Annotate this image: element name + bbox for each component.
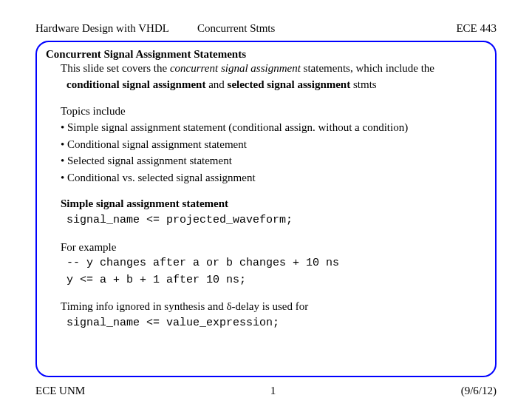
page-header: Hardware Design with VHDL Concurrent Stm… — [35, 22, 497, 35]
intro2-mid: and — [205, 78, 227, 90]
footer-date: (9/6/12) — [461, 385, 497, 397]
bullet-3: • Selected signal assignment statement — [61, 152, 485, 169]
slide-page: Hardware Design with VHDL Concurrent Stm… — [0, 0, 532, 412]
footer-left: ECE UNM — [35, 385, 85, 397]
intro2-post: stmts — [350, 78, 376, 90]
bullet-1: • Simple signal assignment statement (co… — [61, 119, 485, 136]
slide-title: Concurrent Signal Assignment Statements — [46, 48, 485, 61]
intro-pre: This slide set covers the — [61, 62, 170, 74]
intro-line-2: conditional signal assignment and select… — [66, 77, 485, 93]
intro-post: statements, which include the — [301, 62, 434, 74]
footer-page-number: 1 — [270, 385, 276, 397]
bullet-2: • Conditional signal assignment statemen… — [61, 136, 485, 153]
intro2-b2: selected signal assignment — [228, 78, 351, 90]
code-syntax-2: signal_name <= value_expression; — [66, 315, 485, 332]
page-footer: ECE UNM 1 (9/6/12) — [35, 385, 497, 397]
bullet-4: • Conditional vs. selected signal assign… — [61, 169, 485, 186]
header-topic: Concurrent Stmts — [197, 22, 275, 35]
example-label: For example — [61, 240, 485, 256]
header-left-group: Hardware Design with VHDL Concurrent Stm… — [35, 22, 275, 35]
section-simple-title: Simple signal assignment statement — [61, 196, 485, 212]
content-frame: Concurrent Signal Assignment Statements … — [35, 41, 497, 377]
intro2-b1: conditional signal assignment — [66, 78, 205, 90]
intro-line-1: This slide set covers the concurrent sig… — [61, 61, 485, 77]
code-syntax-1: signal_name <= projected_waveform; — [66, 212, 485, 229]
header-code: ECE 443 — [456, 22, 497, 35]
intro-emph: concurrent signal assignment — [170, 62, 301, 74]
timing-note: Timing info ignored in synthesis and δ-d… — [61, 299, 485, 315]
topics-label: Topics include — [61, 104, 485, 120]
code-comment: -- y changes after a or b changes + 10 n… — [66, 255, 485, 272]
header-course: Hardware Design with VHDL — [35, 22, 169, 35]
code-example: y <= a + b + 1 after 10 ns; — [66, 272, 485, 289]
